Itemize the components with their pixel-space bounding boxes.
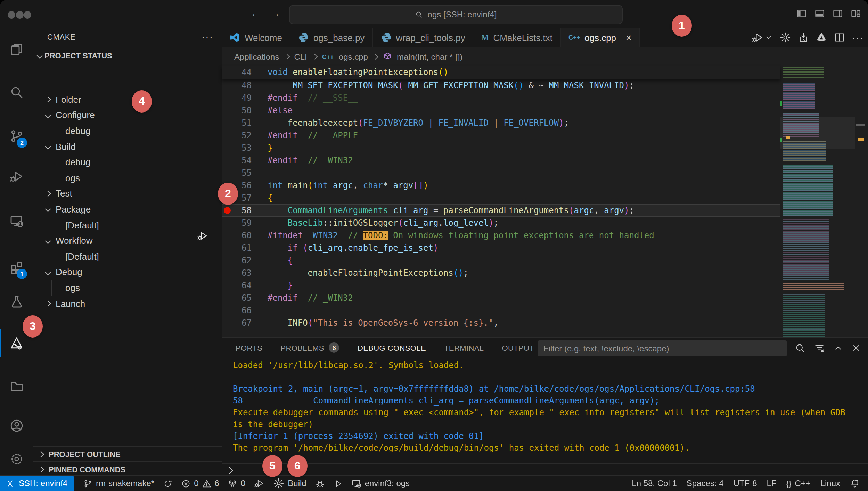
overview-ruler[interactable] [855, 66, 868, 337]
traffic-light-minimize[interactable] [16, 11, 23, 19]
line-number[interactable]: 61 [222, 241, 252, 254]
activity-item-remote-explorer[interactable] [0, 207, 33, 235]
tree-item-build[interactable]: Build [33, 139, 222, 155]
code-line-58[interactable]: 58 CommandLineArguments cli_arg = parseC… [222, 204, 780, 216]
status-ports[interactable]: 0 [228, 478, 245, 488]
line-number[interactable]: 65 [222, 291, 252, 304]
tree-item-workflow[interactable]: Workflow [33, 233, 222, 249]
line-number[interactable]: 62 [222, 254, 252, 266]
code-line-49[interactable]: 49#endif // __SSE__ [222, 91, 780, 104]
code-line-63[interactable]: 63 enableFloatingPointExceptions(); [222, 266, 780, 279]
sticky-scroll-line[interactable]: 44void enableFloatingPointExceptions() [222, 66, 780, 79]
line-number[interactable]: 49 [222, 91, 252, 104]
panel-tab-ports[interactable]: PORTS [236, 338, 262, 358]
customize-layout-icon[interactable] [851, 8, 861, 19]
status-cmake-build[interactable]: Build [273, 478, 306, 489]
code-line-50[interactable]: 50#else [222, 104, 780, 116]
status-cmake-kit[interactable]: envinf3: ogs [352, 478, 410, 488]
tab-ogs-base-py[interactable]: ogs_base.py [290, 28, 373, 47]
status-sync[interactable] [163, 479, 172, 488]
activity-item-extensions[interactable] [0, 253, 33, 281]
nav-back-icon[interactable]: ← [249, 7, 263, 19]
tree-item-default[interactable]: [Default] [33, 249, 222, 264]
status-git-branch[interactable]: rm-snakemake* [83, 478, 154, 488]
line-number[interactable]: 48 [222, 79, 252, 91]
line-number[interactable]: 66 [222, 304, 252, 316]
filter-input[interactable]: Filter (e.g. text, !exclude, \escape) [538, 340, 787, 356]
search-icon[interactable] [795, 343, 805, 353]
split-editor-icon[interactable] [834, 32, 845, 43]
tree-item-test[interactable]: Test [33, 186, 222, 201]
toggle-panel-icon[interactable] [814, 8, 825, 19]
activity-item-testing[interactable] [0, 288, 33, 315]
activity-item-account[interactable] [0, 412, 33, 440]
line-number[interactable]: 53 [222, 141, 252, 154]
line-number[interactable]: 67 [222, 316, 252, 329]
code-line-48[interactable]: 48 _MM_SET_EXCEPTION_MASK(_MM_GET_EXCEPT… [222, 79, 780, 91]
tree-item-debug[interactable]: debug [33, 155, 222, 170]
traffic-light-zoom[interactable] [24, 11, 31, 19]
code-line-61[interactable]: 61 if (cli_arg.enable_fpe_is_set) [222, 241, 780, 254]
activity-item-folder[interactable] [0, 372, 33, 400]
status-problems[interactable]: 06 [181, 478, 219, 488]
breadcrumb-item[interactable]: ogs.cpp [339, 52, 368, 61]
tree-item-launch[interactable]: Launch [33, 296, 222, 311]
tree-item-default[interactable]: [Default] [33, 217, 222, 233]
line-number[interactable]: 60 [222, 229, 252, 241]
line-number[interactable]: 64 [222, 279, 252, 291]
code-line-67[interactable]: 67 INFO("This is OpenGeoSys-6 version {:… [222, 316, 780, 329]
line-number[interactable]: 58 [222, 204, 252, 216]
code-line-59[interactable]: 59 BaseLib::initOGSLogger(cli_arg.log_le… [222, 216, 780, 229]
tab-wrap-cli-tools-py[interactable]: wrap_cli_tools.py [373, 28, 473, 47]
sidebar-more-actions-icon[interactable]: ··· [202, 31, 213, 42]
traffic-light-close[interactable] [8, 11, 15, 19]
code-line-66[interactable]: 66 [222, 304, 780, 316]
status-notifications[interactable] [850, 478, 860, 488]
line-number[interactable]: 63 [222, 266, 252, 279]
tree-item-folder[interactable]: Folder [33, 92, 222, 107]
tree-item-ogs[interactable]: ogs [33, 170, 222, 186]
tree-item-debug[interactable]: Debug [33, 264, 222, 280]
line-number[interactable]: 50 [222, 104, 252, 116]
tab-welcome[interactable]: Welcome [222, 28, 290, 47]
status-cmake-run[interactable] [334, 479, 343, 488]
line-number[interactable]: 44 [222, 66, 252, 78]
activity-item-source-control[interactable] [0, 122, 33, 150]
activity-item-explorer[interactable] [0, 35, 33, 63]
status-remote-os[interactable]: Linux [820, 478, 840, 488]
code-line-54[interactable]: 54#endif // _WIN32 [222, 154, 780, 166]
code-line-56[interactable]: 56int main(int argc, char* argv[]) [222, 179, 780, 191]
minimap[interactable] [780, 66, 855, 337]
code-line-55[interactable]: 55 [222, 166, 780, 179]
panel-tab-problems[interactable]: PROBLEMS6 [280, 338, 339, 358]
line-number[interactable]: 59 [222, 216, 252, 229]
toggle-secondary-sidebar-icon[interactable] [833, 8, 843, 19]
tab-ogs-cpp[interactable]: C++ogs.cpp× [561, 28, 640, 47]
gear-icon[interactable] [780, 32, 791, 43]
panel-tab-debug-console[interactable]: DEBUG CONSOLE [358, 338, 426, 358]
tree-item-configure[interactable]: Configure [33, 107, 222, 123]
status-encoding[interactable]: UTF-8 [734, 478, 757, 488]
run-coverage-icon[interactable] [798, 32, 809, 43]
minimap-slider[interactable] [780, 117, 855, 149]
debug-console-input[interactable] [222, 463, 868, 476]
panel-tab-terminal[interactable]: TERMINAL [444, 338, 484, 358]
code-line-44[interactable]: 44void enableFloatingPointExceptions() [222, 66, 780, 78]
status-cmake-debug[interactable] [316, 479, 325, 488]
line-number[interactable]: 51 [222, 116, 252, 129]
code-editor[interactable]: 44void enableFloatingPointExceptions() 4… [222, 66, 868, 337]
extension-logo-icon[interactable] [816, 32, 827, 43]
activity-item-search[interactable] [0, 78, 33, 106]
activity-item-run-and-debug[interactable] [0, 163, 33, 190]
code-line-57[interactable]: 57{ [222, 191, 780, 204]
status-indentation[interactable]: Spaces: 4 [687, 478, 724, 488]
command-center-search[interactable]: ogs [SSH: envinf4] [289, 5, 623, 24]
code-line-53[interactable]: 53} [222, 141, 780, 154]
nav-forward-icon[interactable]: → [268, 7, 282, 19]
code-line-52[interactable]: 52#endif // __APPLE__ [222, 129, 780, 141]
filter-icon[interactable] [814, 342, 825, 353]
status-cursor-position[interactable]: Ln 58, Col 1 [632, 478, 677, 488]
toggle-sidebar-icon[interactable] [796, 8, 807, 19]
tree-item-ogs[interactable]: ogs [33, 280, 222, 296]
debug-run-icon[interactable] [752, 32, 763, 43]
